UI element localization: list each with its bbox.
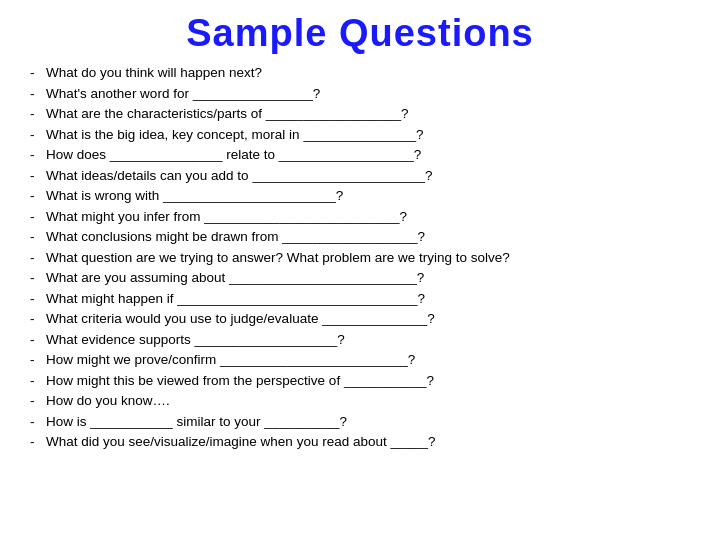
- list-item: What do you think will happen next?: [28, 63, 692, 84]
- list-item: What is the big idea, key concept, moral…: [28, 125, 692, 146]
- list-item: What are the characteristics/parts of __…: [28, 104, 692, 125]
- list-item: What might you infer from ______________…: [28, 207, 692, 228]
- list-item: What did you see/visualize/imagine when …: [28, 432, 692, 453]
- list-item: How do you know….: [28, 391, 692, 412]
- list-item: How does _______________ relate to _____…: [28, 145, 692, 166]
- list-item: What conclusions might be drawn from ___…: [28, 227, 692, 248]
- list-item: What evidence supports _________________…: [28, 330, 692, 351]
- list-item: How might this be viewed from the perspe…: [28, 371, 692, 392]
- list-item: What are you assuming about ____________…: [28, 268, 692, 289]
- list-item: How is ___________ similar to your _____…: [28, 412, 692, 433]
- list-item: What might happen if ___________________…: [28, 289, 692, 310]
- page-title: Sample Questions: [28, 12, 692, 55]
- questions-list: What do you think will happen next?What'…: [28, 63, 692, 528]
- page: Sample Questions What do you think will …: [0, 0, 720, 540]
- list-item: What's another word for ________________…: [28, 84, 692, 105]
- list-item: What question are we trying to answer? W…: [28, 248, 692, 269]
- list-item: What criteria would you use to judge/eva…: [28, 309, 692, 330]
- list-item: What is wrong with _____________________…: [28, 186, 692, 207]
- list-item: How might we prove/confirm _____________…: [28, 350, 692, 371]
- list-item: What ideas/details can you add to ______…: [28, 166, 692, 187]
